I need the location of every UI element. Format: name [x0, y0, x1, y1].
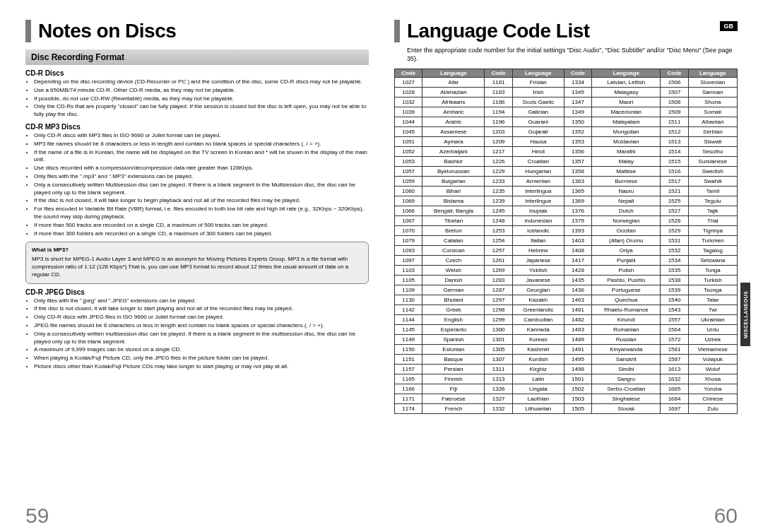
table-cell: Irish: [512, 88, 564, 97]
table-cell: 1145: [395, 325, 422, 335]
table-cell: Kazakh: [512, 295, 564, 305]
table-cell: Kinyarwanda: [592, 345, 661, 355]
table-cell: 1248: [485, 216, 512, 226]
table-cell: Albanian: [688, 117, 737, 127]
table-cell: 1093: [395, 246, 422, 256]
table-cell: Kirundi: [592, 315, 661, 325]
subhead-cdr: CD-R Discs: [25, 69, 369, 77]
table-cell: Hausa: [512, 137, 564, 147]
table-cell: 1379: [564, 216, 591, 226]
table-cell: 1149: [395, 335, 422, 345]
table-row: 1051Aymara1209Hausa1353Moldavian1513Sisw…: [395, 137, 738, 147]
table-cell: 1564: [661, 325, 688, 335]
region-badge: GB: [720, 21, 738, 31]
table-cell: 1044: [395, 117, 422, 127]
table-cell: Italian: [512, 236, 564, 246]
table-cell: 1463: [564, 295, 591, 305]
table-cell: Laothian: [512, 394, 564, 404]
table-cell: Shona: [688, 97, 737, 107]
table-cell: Singhalese: [592, 394, 661, 404]
table-row: 1166Fiji1326Lingala1502Serbo-Croatian166…: [395, 384, 738, 394]
table-cell: 1489: [564, 335, 591, 345]
table-cell: Greenlandic: [512, 305, 564, 315]
table-row: 1174French1332Lithuanian1505Slovak1697Zu…: [395, 404, 738, 414]
table-cell: 1203: [485, 127, 512, 137]
table-row: 1151Basque1307Kurdish1495Sanskrit1587Vol…: [395, 355, 738, 365]
table-cell: 1495: [564, 355, 591, 365]
table-cell: 1028: [395, 88, 422, 97]
table-cell: Samoan: [688, 88, 737, 97]
table-cell: 1067: [395, 216, 422, 226]
table-cell: Javanese: [512, 276, 564, 285]
table-cell: Amharic: [422, 107, 485, 117]
table-row: 1045Assamese1203Gujarati1352Mongolian151…: [395, 127, 738, 137]
subhead-jpeg: CD-R JPEG Discs: [25, 288, 369, 296]
title-accent-bar: [394, 20, 400, 42]
table-cell: Gujarati: [512, 127, 564, 137]
table-cell: Ukrainian: [688, 315, 737, 325]
table-cell: 1363: [564, 177, 591, 187]
th-language: Language: [512, 69, 564, 78]
table-cell: Tsonga: [688, 285, 737, 295]
table-cell: 1632: [661, 374, 688, 384]
table-cell: 1327: [485, 394, 512, 404]
table-cell: Yoruba: [688, 384, 737, 394]
list-item: Only the CD-Rs that are properly "closed…: [34, 103, 369, 119]
table-cell: Mongolian: [592, 127, 661, 137]
table-cell: Sanskrit: [592, 355, 661, 365]
table-cell: Hebrew: [512, 246, 564, 256]
table-row: 1027Afar1181Frisian1334Latvian, Lettish1…: [395, 78, 738, 88]
list-item: If more than 500 tracks are recorded on …: [34, 222, 369, 230]
table-cell: 1531: [661, 236, 688, 246]
table-cell: 1079: [395, 236, 422, 246]
table-cell: 1587: [661, 355, 688, 365]
table-cell: Vietnamese: [688, 345, 737, 355]
th-code: Code: [485, 69, 512, 78]
table-cell: 1301: [485, 335, 512, 345]
table-cell: 1509: [661, 107, 688, 117]
table-cell: Bulgarian: [422, 177, 485, 187]
jpeg-bullets: Only files with the ".jpeg" and ".JPEG" …: [25, 297, 369, 371]
table-row: 1060Bihari1235Interlingua1365Nauru1521Ta…: [395, 187, 738, 196]
table-cell: 1196: [485, 117, 512, 127]
table-row: 1053Bashkir1226Croatian1357Malay1515Sund…: [395, 157, 738, 167]
list-item: Only files with the ".mp3" and ".MP3" ex…: [34, 173, 369, 181]
table-row: 1079Catalan1254Italian1403(Afan) Oromo15…: [395, 236, 738, 246]
table-row: 1044Arabic1196Guarani1350Malayalam1511Al…: [395, 117, 738, 127]
table-cell: Kurdish: [512, 355, 564, 365]
table-cell: 1357: [564, 157, 591, 167]
table-cell: Turkmen: [688, 236, 737, 246]
table-cell: Xhosa: [688, 374, 737, 384]
table-cell: 1684: [661, 394, 688, 404]
table-cell: 1059: [395, 177, 422, 187]
table-cell: 1209: [485, 137, 512, 147]
right-page: Language Code List Enter the appropriate…: [394, 20, 738, 486]
table-cell: 1144: [395, 315, 422, 325]
table-cell: Esperanto: [422, 325, 485, 335]
table-cell: Volapuk: [688, 355, 737, 365]
table-row: 1070Breton1253Icelandic1393Occitan1529Ti…: [395, 226, 738, 236]
table-cell: Portuguese: [592, 285, 661, 295]
table-cell: Persian: [422, 365, 485, 374]
table-cell: 1365: [564, 187, 591, 196]
table-cell: Pashto, Pushto: [592, 276, 661, 285]
table-cell: 1538: [661, 276, 688, 285]
th-language: Language: [688, 69, 737, 78]
table-row: 1028Abkhazian1183Irish1345Malagasy1507Sa…: [395, 88, 738, 97]
table-cell: Tajik: [688, 206, 737, 216]
table-cell: Guarani: [512, 117, 564, 127]
table-cell: 1283: [485, 276, 512, 285]
list-item: Only CD-R discs with MP3 files in ISO 96…: [34, 132, 369, 140]
table-row: 1052Azerbaijani1217Hindi1356Marathi1514S…: [395, 147, 738, 157]
table-cell: Malayalam: [592, 117, 661, 127]
th-code: Code: [661, 69, 688, 78]
table-cell: Abkhazian: [422, 88, 485, 97]
table-row: 1105Danish1283Javanese1435Pashto, Pushto…: [395, 276, 738, 285]
table-cell: Rhaeto-Romance: [592, 305, 661, 315]
table-cell: Finnish: [422, 374, 485, 384]
table-cell: 1613: [661, 365, 688, 374]
table-cell: 1307: [485, 355, 512, 365]
table-cell: 1481: [564, 305, 591, 315]
section-heading-disc-recording-format: Disc Recording Format: [25, 49, 369, 65]
table-cell: Oriya: [592, 246, 661, 256]
